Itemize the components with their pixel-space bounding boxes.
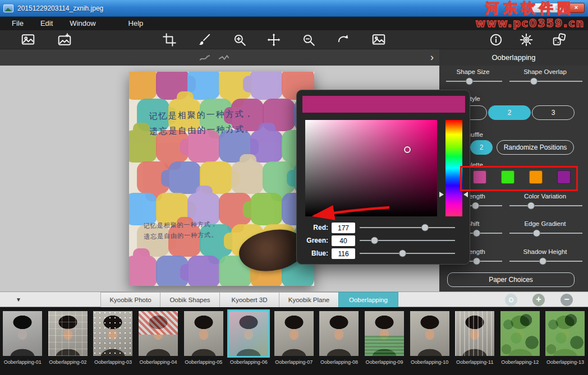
green-value-field[interactable] bbox=[332, 235, 355, 246]
tab-kyoobik-plane[interactable]: Kyoobik Plane bbox=[279, 292, 339, 308]
green-slider[interactable] bbox=[360, 237, 455, 244]
menu-item-edit[interactable]: Edit bbox=[32, 17, 61, 30]
mosaic-piece bbox=[250, 193, 283, 225]
thumbnail-label: Ooberlapping-08 bbox=[320, 359, 358, 365]
hue-strip[interactable] bbox=[445, 120, 462, 216]
shape-size-label: Shape Size bbox=[445, 68, 501, 75]
photo-import-icon[interactable] bbox=[57, 33, 72, 47]
zoom-in-icon[interactable] bbox=[232, 33, 247, 47]
thumbnail-label: Ooberlapping-03 bbox=[94, 359, 132, 365]
mosaic-piece bbox=[187, 256, 220, 286]
stroke-style-icon-2[interactable] bbox=[218, 52, 230, 64]
thumbnail-label: Ooberlapping-11 bbox=[456, 359, 493, 365]
randomize-positions-button[interactable]: Randomize Positions bbox=[497, 140, 574, 155]
tab-kyoobik-photo[interactable]: Kyoobik Photo bbox=[100, 292, 160, 308]
color-variation-label: Color Variation bbox=[507, 193, 584, 200]
blue-value-field[interactable] bbox=[332, 248, 355, 259]
shadow-height-label: Shadow Height bbox=[507, 248, 584, 255]
palette-swatch-1[interactable] bbox=[473, 170, 486, 184]
artwork-text-bottom: 记忆是相聚的一种方式， 遗忘是自由的一种方式。 bbox=[144, 219, 218, 242]
maximize-button[interactable]: □ bbox=[549, 3, 566, 13]
image-icon[interactable] bbox=[371, 33, 386, 47]
thumbnail-label: Ooberlapping-01 bbox=[4, 359, 42, 365]
info-icon[interactable] bbox=[489, 33, 503, 47]
red-slider[interactable] bbox=[360, 224, 455, 232]
blue-slider[interactable] bbox=[360, 249, 455, 257]
palette-swatch-3[interactable] bbox=[529, 170, 543, 184]
brush-icon[interactable] bbox=[197, 33, 212, 47]
thumbnail-ooberlapping-11[interactable]: Ooberlapping-11 bbox=[452, 307, 498, 375]
thumbnail-ooberlapping-13[interactable]: Ooberlapping-13 bbox=[543, 307, 588, 375]
thumbnail-label: Ooberlapping-05 bbox=[185, 359, 222, 365]
red-label: Red: bbox=[301, 223, 328, 233]
collapse-chevron-icon[interactable]: ▼ bbox=[10, 292, 27, 308]
red-value-field[interactable] bbox=[332, 223, 355, 233]
thumbnail-ooberlapping-01[interactable]: Ooberlapping-01 bbox=[0, 307, 45, 375]
tab-kyoobert-3d[interactable]: Kyoobert 3D bbox=[219, 292, 279, 308]
thumbnail-label: Ooberlapping-13 bbox=[546, 359, 584, 365]
thumbnail-ooberlapping-09[interactable]: Ooberlapping-09 bbox=[362, 307, 407, 375]
blue-label: Blue: bbox=[301, 248, 328, 259]
menu-item-help[interactable]: Help bbox=[120, 17, 152, 30]
mosaic-piece bbox=[250, 72, 283, 100]
tab-ooberlapping[interactable]: Ooberlapping bbox=[338, 292, 398, 308]
app-window: 20151229203114_zxnih.jpeg – □ × FileEdit… bbox=[0, 0, 588, 375]
shape-overlap-slider[interactable] bbox=[509, 77, 582, 85]
current-color-swatch bbox=[302, 96, 465, 113]
shape-overlap-label: Shape Overlap bbox=[507, 68, 584, 75]
panel-expand-chevron-icon[interactable]: › bbox=[430, 50, 434, 64]
thumbnail-ooberlapping-02[interactable]: Ooberlapping-02 bbox=[45, 307, 91, 375]
color-picker-dialog: Red: Green: Blue: bbox=[296, 90, 470, 265]
saturation-value-gradient[interactable] bbox=[305, 120, 437, 216]
thumbnail-ooberlapping-12[interactable]: Ooberlapping-12 bbox=[498, 307, 543, 375]
menu-item-window[interactable]: Window bbox=[61, 17, 104, 30]
palette-swatch-4[interactable] bbox=[557, 170, 571, 184]
shuffle-2-button[interactable]: 2 bbox=[470, 140, 493, 155]
hue-marker-right-icon bbox=[463, 192, 468, 197]
thumbnail-label: Ooberlapping-12 bbox=[501, 359, 539, 365]
paper-choices-button[interactable]: Paper Choices bbox=[447, 272, 575, 287]
thumbnail-ooberlapping-08[interactable]: Ooberlapping-08 bbox=[316, 307, 362, 375]
shape-size-slider[interactable] bbox=[446, 77, 502, 85]
color-variation-slider[interactable] bbox=[509, 202, 582, 210]
menu-item-file[interactable]: File bbox=[3, 17, 32, 30]
stroke-style-icon-1[interactable] bbox=[199, 52, 211, 64]
remove-preset-button[interactable]: − bbox=[561, 294, 573, 306]
thumbnail-ooberlapping-03[interactable]: Ooberlapping-03 bbox=[90, 307, 136, 375]
subtoolbar: › bbox=[0, 49, 439, 66]
palette-swatches bbox=[473, 170, 571, 184]
redo-icon[interactable] bbox=[336, 33, 351, 47]
crop-icon[interactable] bbox=[162, 33, 177, 47]
thumbnail-ooberlapping-07[interactable]: Ooberlapping-07 bbox=[272, 307, 317, 375]
add-preset-button[interactable]: + bbox=[532, 294, 545, 306]
thumbnail-ooberlapping-05[interactable]: Ooberlapping-05 bbox=[181, 307, 226, 375]
shadow-height-slider[interactable] bbox=[509, 257, 582, 265]
mosaic-piece bbox=[129, 72, 157, 100]
green-label: Green: bbox=[301, 235, 328, 246]
style-3-button[interactable]: 3 bbox=[532, 105, 575, 120]
zoom-out-icon[interactable] bbox=[301, 33, 316, 47]
menubar: FileEditWindowHelp bbox=[0, 17, 588, 30]
thumbnail-label: Ooberlapping-04 bbox=[140, 359, 177, 365]
style-2-button[interactable]: 2 bbox=[488, 105, 531, 120]
color-cursor[interactable] bbox=[404, 146, 411, 153]
thumbnail-strip: Ooberlapping-01Ooberlapping-02Ooberlappi… bbox=[0, 307, 588, 375]
move-icon[interactable] bbox=[267, 33, 281, 47]
thumbnail-ooberlapping-10[interactable]: Ooberlapping-10 bbox=[407, 307, 452, 375]
edge-gradient-slider[interactable] bbox=[509, 229, 582, 237]
palette-swatch-2[interactable] bbox=[501, 170, 514, 184]
minimize-button[interactable]: – bbox=[531, 3, 548, 13]
titlebar: 20151229203114_zxnih.jpeg – □ × bbox=[0, 0, 588, 17]
refresh-presets-button[interactable] bbox=[505, 294, 517, 306]
artwork-text-top: 记忆是相聚的一种方式， 遗忘是自由的一种方式。 bbox=[149, 107, 254, 140]
artwork-image[interactable]: 记忆是相聚的一种方式， 遗忘是自由的一种方式。 记忆是相聚的一种方式， 遗忘是自… bbox=[129, 72, 314, 286]
hue-marker-left-icon bbox=[439, 192, 444, 197]
thumbnail-ooberlapping-04[interactable]: Ooberlapping-04 bbox=[136, 307, 181, 375]
dice-icon[interactable] bbox=[552, 33, 567, 47]
gear-icon[interactable] bbox=[519, 33, 534, 47]
tab-oobik-shapes[interactable]: Oobik Shapes bbox=[160, 292, 220, 308]
thumbnail-ooberlapping-06[interactable]: Ooberlapping-06 bbox=[226, 307, 272, 375]
photo-frame-icon[interactable] bbox=[21, 33, 35, 47]
mosaic-piece bbox=[231, 161, 264, 194]
close-button[interactable]: × bbox=[568, 3, 585, 13]
